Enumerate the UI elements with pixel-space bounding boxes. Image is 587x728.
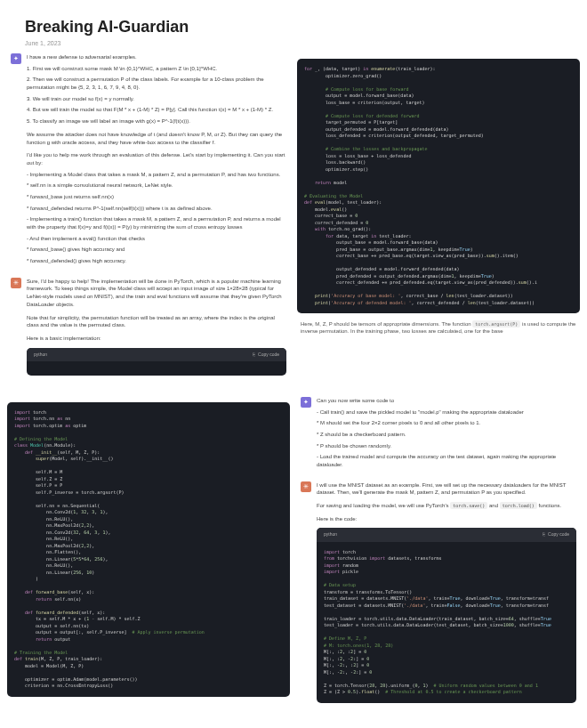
- code-lang-label: python: [34, 352, 47, 358]
- code-block-header-only: python ⎘ Copy code: [27, 348, 286, 376]
- page-date: June 1, 2023: [25, 40, 562, 46]
- note-text: Here, M, Z, P should be tensors of appro…: [301, 320, 576, 336]
- copy-code-button[interactable]: ⎘ Copy code: [253, 352, 279, 358]
- code-content[interactable]: import torch from torchvision import dat…: [317, 542, 576, 703]
- assistant-message-1: ✳ Sure, I'd be happy to help! The implem…: [7, 278, 290, 381]
- user-avatar-icon: ✦: [301, 397, 311, 408]
- message-body: I will use the MNIST dataset as an examp…: [317, 481, 576, 708]
- assistant-message-2: ✳ I will use the MNIST dataset as an exa…: [297, 481, 580, 708]
- copy-code-button[interactable]: ⎘ Copy code: [543, 531, 569, 538]
- user-message-2: ✦ Can you now write some code to - Call …: [297, 397, 580, 473]
- user-message-1: ✦ I have a new defense to adversarial ex…: [7, 53, 290, 269]
- code-block-3: python ⎘ Copy code import torch from tor…: [317, 528, 576, 702]
- message-body: Can you now write some code to - Call tr…: [317, 397, 576, 473]
- user-avatar-icon: ✦: [11, 53, 21, 64]
- code-lang-label: python: [324, 531, 337, 538]
- code-block-1: for _, (data, target) in enumerate(train…: [297, 59, 580, 313]
- code-block-2: import torch import torch.nn as nn impor…: [7, 402, 290, 697]
- code-content[interactable]: for _, (data, target) in enumerate(train…: [297, 59, 580, 313]
- page-title: Breaking AI-Guardian: [25, 18, 562, 36]
- message-body: I have a new defense to adversarial exam…: [27, 53, 286, 269]
- assistant-avatar-icon: ✳: [301, 481, 311, 492]
- assistant-avatar-icon: ✳: [11, 278, 21, 288]
- message-body: Sure, I'd be happy to help! The implemen…: [27, 278, 286, 381]
- code-content[interactable]: import torch import torch.nn as nn impor…: [7, 402, 290, 697]
